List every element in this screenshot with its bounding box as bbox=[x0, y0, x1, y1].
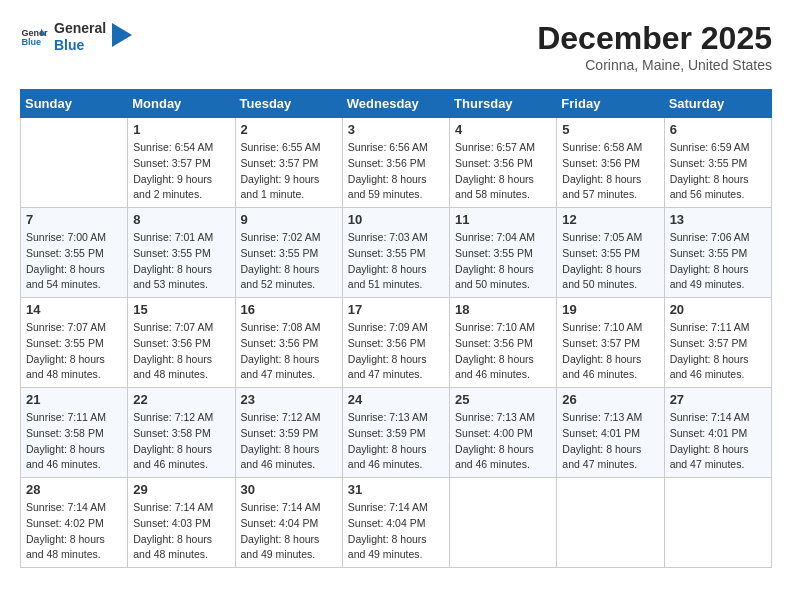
day-info: Sunrise: 7:10 AMSunset: 3:56 PMDaylight:… bbox=[455, 320, 551, 383]
day-number: 17 bbox=[348, 302, 444, 317]
calendar-cell bbox=[557, 478, 664, 568]
title-block: December 2025 Corinna, Maine, United Sta… bbox=[537, 20, 772, 73]
calendar-cell: 16Sunrise: 7:08 AMSunset: 3:56 PMDayligh… bbox=[235, 298, 342, 388]
day-number: 20 bbox=[670, 302, 766, 317]
calendar-cell bbox=[450, 478, 557, 568]
day-number: 1 bbox=[133, 122, 229, 137]
day-info: Sunrise: 7:06 AMSunset: 3:55 PMDaylight:… bbox=[670, 230, 766, 293]
calendar-cell: 15Sunrise: 7:07 AMSunset: 3:56 PMDayligh… bbox=[128, 298, 235, 388]
logo-general: General bbox=[54, 20, 106, 37]
header-friday: Friday bbox=[557, 90, 664, 118]
day-number: 15 bbox=[133, 302, 229, 317]
calendar-table: SundayMondayTuesdayWednesdayThursdayFrid… bbox=[20, 89, 772, 568]
calendar-cell: 3Sunrise: 6:56 AMSunset: 3:56 PMDaylight… bbox=[342, 118, 449, 208]
day-number: 3 bbox=[348, 122, 444, 137]
day-number: 12 bbox=[562, 212, 658, 227]
day-number: 21 bbox=[26, 392, 122, 407]
day-number: 25 bbox=[455, 392, 551, 407]
day-info: Sunrise: 6:55 AMSunset: 3:57 PMDaylight:… bbox=[241, 140, 337, 203]
day-number: 13 bbox=[670, 212, 766, 227]
calendar-cell: 31Sunrise: 7:14 AMSunset: 4:04 PMDayligh… bbox=[342, 478, 449, 568]
day-info: Sunrise: 7:07 AMSunset: 3:55 PMDaylight:… bbox=[26, 320, 122, 383]
day-info: Sunrise: 7:14 AMSunset: 4:03 PMDaylight:… bbox=[133, 500, 229, 563]
day-info: Sunrise: 7:13 AMSunset: 4:00 PMDaylight:… bbox=[455, 410, 551, 473]
calendar-cell: 8Sunrise: 7:01 AMSunset: 3:55 PMDaylight… bbox=[128, 208, 235, 298]
day-info: Sunrise: 6:54 AMSunset: 3:57 PMDaylight:… bbox=[133, 140, 229, 203]
calendar-cell: 22Sunrise: 7:12 AMSunset: 3:58 PMDayligh… bbox=[128, 388, 235, 478]
day-number: 8 bbox=[133, 212, 229, 227]
header-tuesday: Tuesday bbox=[235, 90, 342, 118]
day-number: 7 bbox=[26, 212, 122, 227]
header-thursday: Thursday bbox=[450, 90, 557, 118]
week-row-4: 21Sunrise: 7:11 AMSunset: 3:58 PMDayligh… bbox=[21, 388, 772, 478]
day-info: Sunrise: 7:11 AMSunset: 3:58 PMDaylight:… bbox=[26, 410, 122, 473]
day-info: Sunrise: 7:10 AMSunset: 3:57 PMDaylight:… bbox=[562, 320, 658, 383]
logo: General Blue General Blue bbox=[20, 20, 132, 54]
day-info: Sunrise: 6:56 AMSunset: 3:56 PMDaylight:… bbox=[348, 140, 444, 203]
day-info: Sunrise: 7:12 AMSunset: 3:58 PMDaylight:… bbox=[133, 410, 229, 473]
day-number: 14 bbox=[26, 302, 122, 317]
calendar-cell: 11Sunrise: 7:04 AMSunset: 3:55 PMDayligh… bbox=[450, 208, 557, 298]
day-number: 2 bbox=[241, 122, 337, 137]
day-info: Sunrise: 7:14 AMSunset: 4:02 PMDaylight:… bbox=[26, 500, 122, 563]
calendar-cell bbox=[664, 478, 771, 568]
logo-icon: General Blue bbox=[20, 23, 48, 51]
location: Corinna, Maine, United States bbox=[537, 57, 772, 73]
day-number: 22 bbox=[133, 392, 229, 407]
page-header: General Blue General Blue December 2025 … bbox=[20, 20, 772, 73]
calendar-cell: 14Sunrise: 7:07 AMSunset: 3:55 PMDayligh… bbox=[21, 298, 128, 388]
day-info: Sunrise: 7:03 AMSunset: 3:55 PMDaylight:… bbox=[348, 230, 444, 293]
header-monday: Monday bbox=[128, 90, 235, 118]
calendar-cell: 19Sunrise: 7:10 AMSunset: 3:57 PMDayligh… bbox=[557, 298, 664, 388]
calendar-cell: 2Sunrise: 6:55 AMSunset: 3:57 PMDaylight… bbox=[235, 118, 342, 208]
calendar-cell: 25Sunrise: 7:13 AMSunset: 4:00 PMDayligh… bbox=[450, 388, 557, 478]
calendar-cell: 9Sunrise: 7:02 AMSunset: 3:55 PMDaylight… bbox=[235, 208, 342, 298]
day-number: 9 bbox=[241, 212, 337, 227]
day-number: 30 bbox=[241, 482, 337, 497]
day-number: 24 bbox=[348, 392, 444, 407]
calendar-cell: 26Sunrise: 7:13 AMSunset: 4:01 PMDayligh… bbox=[557, 388, 664, 478]
header-saturday: Saturday bbox=[664, 90, 771, 118]
day-info: Sunrise: 7:01 AMSunset: 3:55 PMDaylight:… bbox=[133, 230, 229, 293]
day-number: 31 bbox=[348, 482, 444, 497]
header-row: SundayMondayTuesdayWednesdayThursdayFrid… bbox=[21, 90, 772, 118]
day-number: 23 bbox=[241, 392, 337, 407]
month-title: December 2025 bbox=[537, 20, 772, 57]
day-number: 19 bbox=[562, 302, 658, 317]
calendar-cell: 23Sunrise: 7:12 AMSunset: 3:59 PMDayligh… bbox=[235, 388, 342, 478]
day-info: Sunrise: 6:57 AMSunset: 3:56 PMDaylight:… bbox=[455, 140, 551, 203]
calendar-cell: 5Sunrise: 6:58 AMSunset: 3:56 PMDaylight… bbox=[557, 118, 664, 208]
day-info: Sunrise: 7:14 AMSunset: 4:04 PMDaylight:… bbox=[241, 500, 337, 563]
day-number: 26 bbox=[562, 392, 658, 407]
day-info: Sunrise: 7:05 AMSunset: 3:55 PMDaylight:… bbox=[562, 230, 658, 293]
day-info: Sunrise: 7:12 AMSunset: 3:59 PMDaylight:… bbox=[241, 410, 337, 473]
day-number: 28 bbox=[26, 482, 122, 497]
calendar-cell: 20Sunrise: 7:11 AMSunset: 3:57 PMDayligh… bbox=[664, 298, 771, 388]
calendar-cell: 17Sunrise: 7:09 AMSunset: 3:56 PMDayligh… bbox=[342, 298, 449, 388]
day-info: Sunrise: 7:11 AMSunset: 3:57 PMDaylight:… bbox=[670, 320, 766, 383]
day-info: Sunrise: 7:14 AMSunset: 4:04 PMDaylight:… bbox=[348, 500, 444, 563]
svg-text:Blue: Blue bbox=[21, 37, 41, 47]
day-info: Sunrise: 6:58 AMSunset: 3:56 PMDaylight:… bbox=[562, 140, 658, 203]
calendar-cell: 10Sunrise: 7:03 AMSunset: 3:55 PMDayligh… bbox=[342, 208, 449, 298]
calendar-cell: 24Sunrise: 7:13 AMSunset: 3:59 PMDayligh… bbox=[342, 388, 449, 478]
day-info: Sunrise: 7:13 AMSunset: 3:59 PMDaylight:… bbox=[348, 410, 444, 473]
day-info: Sunrise: 7:04 AMSunset: 3:55 PMDaylight:… bbox=[455, 230, 551, 293]
calendar-cell bbox=[21, 118, 128, 208]
logo-arrow-icon bbox=[112, 23, 132, 47]
day-info: Sunrise: 7:02 AMSunset: 3:55 PMDaylight:… bbox=[241, 230, 337, 293]
svg-marker-3 bbox=[112, 23, 132, 47]
calendar-cell: 18Sunrise: 7:10 AMSunset: 3:56 PMDayligh… bbox=[450, 298, 557, 388]
day-number: 29 bbox=[133, 482, 229, 497]
day-info: Sunrise: 7:09 AMSunset: 3:56 PMDaylight:… bbox=[348, 320, 444, 383]
day-number: 11 bbox=[455, 212, 551, 227]
header-sunday: Sunday bbox=[21, 90, 128, 118]
day-info: Sunrise: 7:07 AMSunset: 3:56 PMDaylight:… bbox=[133, 320, 229, 383]
calendar-cell: 29Sunrise: 7:14 AMSunset: 4:03 PMDayligh… bbox=[128, 478, 235, 568]
week-row-2: 7Sunrise: 7:00 AMSunset: 3:55 PMDaylight… bbox=[21, 208, 772, 298]
day-info: Sunrise: 7:13 AMSunset: 4:01 PMDaylight:… bbox=[562, 410, 658, 473]
week-row-5: 28Sunrise: 7:14 AMSunset: 4:02 PMDayligh… bbox=[21, 478, 772, 568]
calendar-cell: 13Sunrise: 7:06 AMSunset: 3:55 PMDayligh… bbox=[664, 208, 771, 298]
calendar-cell: 27Sunrise: 7:14 AMSunset: 4:01 PMDayligh… bbox=[664, 388, 771, 478]
calendar-cell: 6Sunrise: 6:59 AMSunset: 3:55 PMDaylight… bbox=[664, 118, 771, 208]
